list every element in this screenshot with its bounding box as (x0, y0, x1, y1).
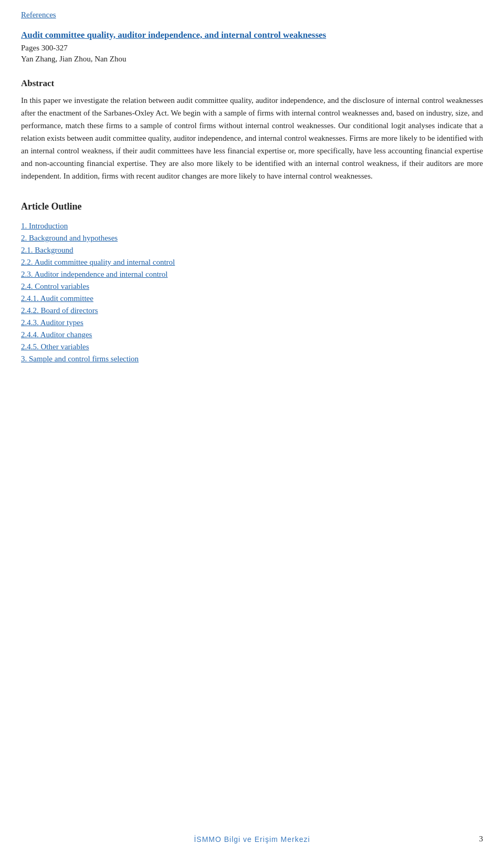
outline-item: 2.3. Auditor independence and internal c… (21, 270, 483, 279)
article-authors: Yan Zhang, Jian Zhou, Nan Zhou (21, 55, 483, 64)
outline-item: 2.2. Audit committee quality and interna… (21, 258, 483, 267)
footer-brand: İSMMO Bilgi ve Erişim Merkezi (0, 835, 504, 843)
page-number: 3 (479, 835, 484, 843)
outline-item: 3. Sample and control firms selection (21, 355, 483, 363)
outline-item-link[interactable]: 2.4.4. Auditor changes (21, 330, 92, 339)
outline-item-link[interactable]: 2.4. Control variables (21, 282, 89, 290)
article-title[interactable]: Audit committee quality, auditor indepen… (21, 29, 483, 41)
outline-item-link[interactable]: 2.4.1. Audit committee (21, 294, 93, 303)
outline-item-link[interactable]: 2.4.3. Auditor types (21, 318, 83, 327)
references-link[interactable]: References (21, 11, 56, 19)
outline-item-link[interactable]: 1. Introduction (21, 222, 68, 230)
outline-item-link[interactable]: 2.4.5. Other variables (21, 342, 89, 351)
article-outline-heading: Article Outline (21, 201, 483, 212)
outline-item: 2. Background and hypotheses (21, 234, 483, 243)
outline-item: 2.4.3. Auditor types (21, 318, 483, 327)
outline-item-link[interactable]: 2. Background and hypotheses (21, 234, 118, 242)
outline-item: 2.4.4. Auditor changes (21, 330, 483, 339)
outline-item: 1. Introduction (21, 222, 483, 231)
abstract-text: In this paper we investigate the relatio… (21, 94, 483, 182)
outline-item-link[interactable]: 3. Sample and control firms selection (21, 355, 139, 363)
outline-list: 1. Introduction2. Background and hypothe… (21, 222, 483, 363)
outline-item-link[interactable]: 2.3. Auditor independence and internal c… (21, 270, 168, 278)
outline-item: 2.1. Background (21, 246, 483, 255)
outline-item-link[interactable]: 2.1. Background (21, 246, 74, 254)
outline-item: 2.4. Control variables (21, 282, 483, 291)
article-pages: Pages 300-327 (21, 44, 483, 53)
outline-item: 2.4.1. Audit committee (21, 294, 483, 303)
abstract-heading: Abstract (21, 78, 483, 89)
outline-item: 2.4.2. Board of directors (21, 306, 483, 315)
outline-item-link[interactable]: 2.2. Audit committee quality and interna… (21, 258, 175, 266)
outline-item: 2.4.5. Other variables (21, 342, 483, 351)
outline-item-link[interactable]: 2.4.2. Board of directors (21, 306, 98, 315)
